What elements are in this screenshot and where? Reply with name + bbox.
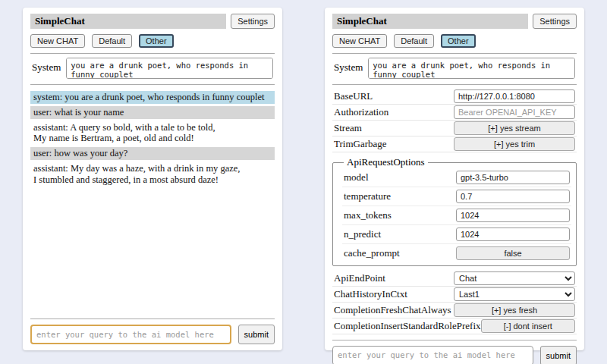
chat-message-list: system: you are a drunk poet, who respon… bbox=[30, 91, 275, 188]
trimgarbage-toggle-button[interactable]: [+] yes trim bbox=[454, 137, 575, 151]
apiendpoint-select[interactable]: Chat bbox=[454, 271, 575, 285]
trimgarbage-label: TrimGarbage bbox=[334, 138, 454, 150]
stream-toggle-button[interactable]: [+] yes stream bbox=[454, 121, 575, 135]
setting-row-model: model bbox=[342, 168, 571, 187]
query-bar: submit bbox=[332, 346, 577, 364]
settings-button[interactable]: Settings bbox=[231, 14, 275, 29]
baseurl-label: BaseURL bbox=[334, 90, 454, 102]
setting-row-baseurl: BaseURL bbox=[332, 89, 577, 105]
setting-row-completionfreshchatalways: CompletionFreshChatAlways [+] yes fresh bbox=[332, 303, 577, 318]
n-predict-label: n_predict bbox=[344, 228, 456, 240]
divider bbox=[332, 340, 577, 340]
submit-button[interactable]: submit bbox=[540, 346, 577, 364]
system-prompt-row: System you are a drunk poet, who respond… bbox=[30, 58, 275, 79]
chat-message-system: system: you are a drunk poet, who respon… bbox=[30, 91, 275, 104]
query-bar: submit bbox=[30, 325, 275, 344]
chat-message-user: user: what is your name bbox=[30, 106, 275, 119]
session-tab-default[interactable]: Default bbox=[92, 34, 132, 48]
system-prompt-input[interactable]: you are a drunk poet, who responds in fu… bbox=[66, 58, 273, 79]
session-tab-default[interactable]: Default bbox=[394, 34, 434, 48]
session-toolbar: New CHAT Default Other bbox=[30, 34, 275, 48]
divider bbox=[332, 53, 577, 54]
panel-header: SimpleChat Settings bbox=[30, 14, 275, 29]
setting-row-stream: Stream [+] yes stream bbox=[332, 121, 577, 136]
divider bbox=[30, 53, 275, 54]
chathistoryinctxt-label: ChatHistoryInCtxt bbox=[334, 288, 454, 300]
setting-row-n-predict: n_predict bbox=[342, 225, 571, 244]
session-toolbar: New CHAT Default Other bbox=[332, 34, 577, 48]
panel-header: SimpleChat Settings bbox=[332, 14, 577, 29]
setting-row-completioninsertstandardroleprefix: CompletionInsertStandardRolePrefix [-] d… bbox=[332, 318, 577, 334]
settings-button[interactable]: Settings bbox=[533, 14, 577, 29]
system-prompt-input[interactable]: you are a drunk poet, who responds in fu… bbox=[368, 58, 575, 79]
cache-prompt-label: cache_prompt bbox=[344, 247, 456, 259]
api-request-options-group: ApiRequestOptions model temperature max_… bbox=[332, 156, 577, 266]
chat-message-assistant: assistant: My day was a haze, with a dri… bbox=[30, 162, 275, 187]
system-prompt-label: System bbox=[334, 58, 363, 74]
setting-row-max-tokens: max_tokens bbox=[342, 206, 571, 225]
chathistoryinctxt-select[interactable]: Last1 bbox=[454, 287, 575, 301]
model-input[interactable] bbox=[456, 171, 570, 184]
setting-row-chathistoryinctxt: ChatHistoryInCtxt Last1 bbox=[332, 287, 577, 303]
app-title: SimpleChat bbox=[332, 14, 528, 29]
system-prompt-label: System bbox=[32, 58, 61, 74]
max-tokens-input[interactable] bbox=[456, 209, 570, 222]
settings-panel: SimpleChat Settings New CHAT Default Oth… bbox=[325, 8, 584, 350]
n-predict-input[interactable] bbox=[456, 228, 570, 241]
chat-message-user: user: how was your day? bbox=[30, 147, 275, 160]
authorization-input[interactable] bbox=[454, 105, 575, 119]
temperature-input[interactable] bbox=[456, 190, 570, 203]
completioninsertstandardroleprefix-toggle-button[interactable]: [-] dont insert bbox=[481, 319, 575, 333]
session-tab-other[interactable]: Other bbox=[441, 34, 476, 48]
setting-row-trimgarbage: TrimGarbage [+] yes trim bbox=[332, 136, 577, 152]
completionfreshchatalways-toggle-button[interactable]: [+] yes fresh bbox=[454, 303, 575, 317]
setting-row-authorization: Authorization bbox=[332, 105, 577, 121]
app-title: SimpleChat bbox=[30, 14, 226, 29]
chat-message-assistant: assistant: A query so bold, with a tale … bbox=[30, 121, 275, 146]
chat-panel: SimpleChat Settings New CHAT Default Oth… bbox=[23, 8, 282, 350]
query-input[interactable] bbox=[30, 325, 231, 344]
setting-row-apiendpoint: ApiEndPoint Chat bbox=[332, 271, 577, 287]
completioninsertstandardroleprefix-label: CompletionInsertStandardRolePrefix bbox=[334, 320, 481, 332]
query-input[interactable] bbox=[332, 346, 533, 364]
setting-row-temperature: temperature bbox=[342, 187, 571, 206]
cache-prompt-toggle-button[interactable]: false bbox=[456, 246, 570, 260]
setting-row-cache-prompt: cache_prompt false bbox=[342, 244, 571, 262]
new-chat-button[interactable]: New CHAT bbox=[30, 34, 85, 48]
baseurl-input[interactable] bbox=[454, 89, 575, 103]
session-tab-other[interactable]: Other bbox=[139, 34, 174, 48]
divider bbox=[30, 84, 275, 85]
temperature-label: temperature bbox=[344, 190, 456, 202]
divider bbox=[332, 84, 577, 85]
stream-label: Stream bbox=[334, 122, 454, 134]
api-request-options-legend: ApiRequestOptions bbox=[344, 156, 428, 168]
authorization-label: Authorization bbox=[334, 106, 454, 118]
divider bbox=[30, 318, 275, 319]
submit-button[interactable]: submit bbox=[238, 325, 275, 344]
max-tokens-label: max_tokens bbox=[344, 209, 456, 221]
apiendpoint-label: ApiEndPoint bbox=[334, 272, 454, 284]
completionfreshchatalways-label: CompletionFreshChatAlways bbox=[334, 304, 454, 316]
system-prompt-row: System you are a drunk poet, who respond… bbox=[332, 58, 577, 79]
new-chat-button[interactable]: New CHAT bbox=[332, 34, 387, 48]
model-label: model bbox=[344, 171, 456, 184]
empty-space bbox=[30, 188, 275, 313]
